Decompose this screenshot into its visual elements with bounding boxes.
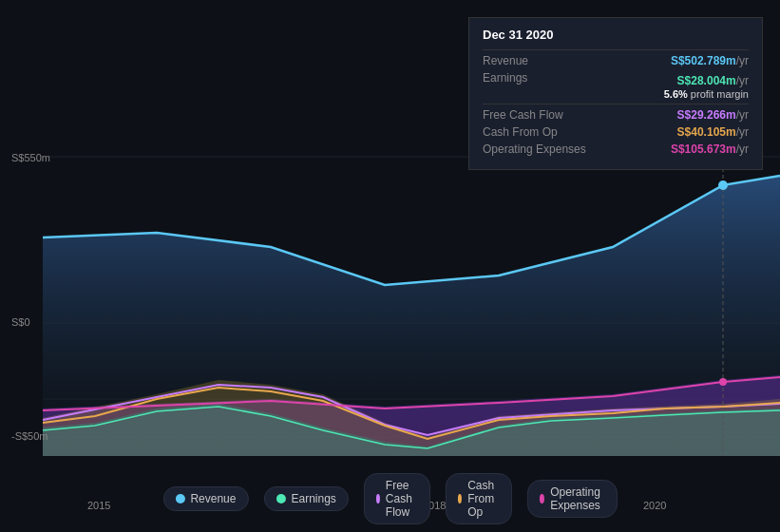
- tooltip-panel: Dec 31 2020 Revenue S$502.789m/yr Earnin…: [468, 17, 763, 170]
- legend-opex-dot: [540, 494, 544, 504]
- legend-fcf[interactable]: Free Cash Flow: [364, 473, 430, 524]
- y-label-0: S$0: [11, 316, 30, 328]
- legend-cashfromop-label: Cash From Op: [467, 479, 500, 519]
- tooltip-cashfromop-value: S$40.105m/yr: [677, 125, 749, 139]
- legend-fcf-label: Free Cash Flow: [386, 479, 418, 519]
- legend-opex-label: Operating Expenses: [550, 485, 604, 512]
- legend-cashfromop-dot: [458, 494, 462, 504]
- legend-earnings[interactable]: Earnings: [263, 486, 348, 511]
- legend-earnings-dot: [276, 494, 285, 504]
- chart-legend: Revenue Earnings Free Cash Flow Cash Fro…: [162, 473, 617, 524]
- legend-revenue-dot: [175, 494, 184, 504]
- tooltip-opex-value: S$105.673m/yr: [671, 142, 749, 156]
- tooltip-revenue-label: Revenue: [483, 54, 606, 67]
- x-label-2015: 2015: [87, 500, 110, 511]
- tooltip-date: Dec 31 2020: [483, 28, 749, 42]
- tooltip-cashfromop-label: Cash From Op: [483, 125, 606, 139]
- tooltip-revenue-row: Revenue S$502.789m/yr: [483, 54, 749, 67]
- legend-cashfromop[interactable]: Cash From Op: [446, 473, 512, 524]
- tooltip-profit-margin: 5.6% profit margin: [664, 88, 749, 100]
- tooltip-fcf-row: Free Cash Flow S$29.266m/yr: [483, 108, 749, 122]
- tooltip-fcf-label: Free Cash Flow: [483, 108, 606, 122]
- svg-point-11: [719, 378, 727, 386]
- y-label-550: S$550m: [11, 152, 50, 163]
- legend-opex[interactable]: Operating Expenses: [527, 480, 618, 518]
- tooltip-opex-row: Operating Expenses S$105.673m/yr: [483, 142, 749, 156]
- legend-earnings-label: Earnings: [291, 492, 335, 505]
- legend-fcf-dot: [376, 494, 380, 504]
- tooltip-revenue-value: S$502.789m/yr: [671, 54, 749, 67]
- legend-revenue-label: Revenue: [190, 492, 236, 505]
- svg-point-10: [718, 180, 728, 190]
- legend-revenue[interactable]: Revenue: [162, 486, 248, 511]
- x-label-2020: 2020: [643, 500, 666, 511]
- tooltip-opex-label: Operating Expenses: [483, 142, 606, 156]
- tooltip-earnings-row: Earnings S$28.004m/yr 5.6% profit margin: [483, 71, 749, 100]
- tooltip-cashfromop-row: Cash From Op S$40.105m/yr: [483, 125, 749, 139]
- tooltip-earnings-value: S$28.004m/yr: [677, 74, 749, 87]
- tooltip-earnings-label: Earnings: [483, 71, 606, 85]
- y-label-neg50: -S$50m: [11, 430, 48, 442]
- tooltip-fcf-value: S$29.266m/yr: [677, 108, 749, 122]
